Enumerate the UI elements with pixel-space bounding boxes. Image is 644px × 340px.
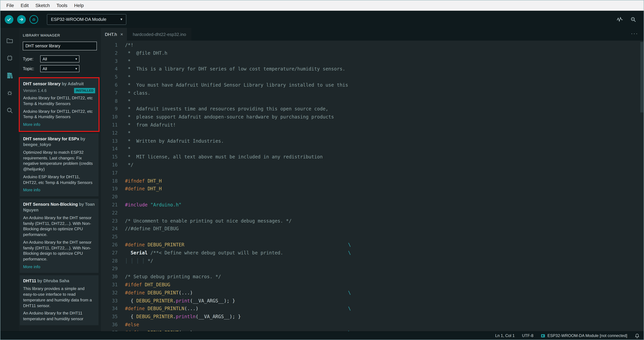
library-card[interactable]: DHT Sensors Non-Blocking by Toan NguyenA… — [20, 199, 98, 273]
library-card[interactable]: DHT sensor library for ESPx by beegee_to… — [20, 133, 98, 196]
code-line: 13 * Written by Adafruit Industries. — [101, 137, 644, 145]
code-text: /*! — [125, 41, 134, 49]
code-area[interactable]: 1/*!2 * @file DHT.h3 *4 * This is a libr… — [101, 41, 644, 331]
line-number: 25 — [101, 233, 118, 241]
line-number: 16 — [101, 161, 118, 169]
code-text: #ifdef DHT_DEBUG — [125, 281, 170, 289]
sidebar-item-boards-manager[interactable] — [0, 49, 19, 67]
filter-type-label: Type: — [23, 56, 40, 61]
line-number: 3 — [101, 57, 118, 65]
serial-plotter-button[interactable] — [616, 16, 623, 23]
serial-plotter-icon — [616, 16, 623, 23]
line-number: 6 — [101, 81, 118, 89]
code-text: #include "Arduino.h" — [125, 201, 182, 209]
library-description: An Arduino library for the DHT sensor fa… — [23, 215, 95, 238]
line-number: 31 — [101, 281, 118, 289]
more-info-link[interactable]: More info — [23, 264, 95, 269]
code-text: │ │ │ │ */ — [125, 257, 153, 265]
line-number: 21 — [101, 201, 118, 209]
line-number: 12 — [101, 129, 118, 137]
arrow-right-icon — [19, 17, 24, 22]
board-selector-label: ESP32-WROOM-DA Module — [51, 17, 106, 22]
debug-button[interactable] — [30, 15, 38, 24]
code-text: { DEBUG_PRINTER.println(__VA_ARGS__); } — [125, 313, 241, 321]
line-number: 34 — [101, 305, 118, 313]
library-search-input[interactable] — [23, 42, 97, 50]
code-text: * Written by Adafruit Industries. — [125, 137, 224, 145]
sidebar-item-sketchbook[interactable] — [0, 32, 19, 49]
code-text: * — [125, 97, 131, 105]
more-info-link[interactable]: More info — [23, 122, 95, 127]
code-line: 33 { DEBUG_PRINTER.print(__VA_ARGS__); } — [101, 297, 644, 305]
serial-monitor-button[interactable] — [630, 16, 637, 23]
code-text: #define DEBUG_PRINTER\ — [125, 241, 184, 249]
code-line: 15 * MIT license, all text above must be… — [101, 153, 644, 161]
editor: DHT.h × hardcoded-dht22-esp32.ino ··· 1/… — [101, 28, 644, 331]
library-title: DHT Sensors Non-Blocking by Toan Nguyen — [23, 202, 95, 213]
sidebar-item-debug[interactable] — [0, 84, 19, 102]
close-icon[interactable]: × — [120, 32, 123, 37]
menu-item-edit[interactable]: Edit — [17, 3, 32, 8]
library-description: Arduino library for DHT11, DHT22, etc Te… — [23, 95, 95, 107]
code-line: 3 * — [101, 57, 644, 65]
library-card[interactable]: DHT sensor library by AdafruitVersion 1.… — [20, 78, 98, 131]
filter-topic-select[interactable]: All ▾ — [40, 65, 80, 72]
line-number: 30 — [101, 273, 118, 281]
tab-dht-h[interactable]: DHT.h × — [101, 28, 127, 41]
tab-sketch-ino[interactable]: hardcoded-dht22-esp32.ino — [128, 28, 192, 41]
code-line: 5 * — [101, 73, 644, 81]
line-number: 19 — [101, 185, 118, 193]
sidebar-item-search[interactable] — [0, 102, 19, 119]
code-line: 7 * class. — [101, 89, 644, 97]
cursor-position[interactable]: Ln 1, Col 1 — [495, 333, 515, 338]
code-text: * please support Adafruit andopen-source… — [125, 113, 334, 121]
line-number: 33 — [101, 297, 118, 305]
line-number: 23 — [101, 217, 118, 225]
more-info-link[interactable]: More info — [23, 187, 95, 193]
code-line: 18#ifndef DHT_H — [101, 177, 644, 185]
line-number: 10 — [101, 113, 118, 121]
code-line: 36#else — [101, 321, 644, 329]
sidebar-item-library-manager[interactable] — [0, 67, 19, 84]
library-description: Arduino library for DHT11, DHT22, etc Te… — [23, 109, 95, 120]
debug-icon — [32, 17, 36, 21]
board-status-label: ESP32-WROOM-DA Module [not connected] — [548, 333, 627, 338]
line-number: 35 — [101, 313, 118, 321]
tab-bar: DHT.h × hardcoded-dht22-esp32.ino ··· — [101, 28, 644, 41]
bug-icon — [6, 89, 13, 97]
verify-button[interactable] — [5, 15, 14, 24]
line-number: 1 — [101, 41, 118, 49]
menu-item-sketch[interactable]: Sketch — [32, 3, 53, 8]
filter-type-select[interactable]: All ▾ — [40, 55, 80, 62]
editor-scrollbar[interactable] — [640, 42, 643, 112]
activity-bar — [0, 28, 19, 331]
library-title: DHT sensor library for ESPx by beegee_to… — [23, 136, 95, 148]
menu-item-file[interactable]: File — [3, 3, 17, 8]
code-line: 24//#define DHT_DEBUG — [101, 225, 644, 233]
filter-type-value: All — [42, 57, 47, 61]
code-text: #define DEBUG_PRINT(...)\ — [125, 329, 193, 331]
upload-button[interactable] — [17, 15, 26, 24]
board-selector[interactable]: ESP32-WROOM-DA Module ▾ — [47, 14, 126, 25]
menu-bar: File Edit Sketch Tools Help — [0, 0, 644, 11]
line-number: 15 — [101, 153, 118, 161]
more-actions-icon[interactable]: ··· — [631, 28, 644, 41]
library-cards: DHT sensor library by AdafruitVersion 1.… — [19, 77, 101, 331]
notifications-bell-icon[interactable] — [634, 333, 640, 338]
menu-item-tools[interactable]: Tools — [53, 3, 71, 8]
code-text: * This is a library for DHT series of lo… — [125, 65, 345, 73]
code-line: 8 * — [101, 97, 644, 105]
library-card[interactable]: DHT11 by Dhruba SahaThis library provide… — [20, 275, 98, 325]
filter-topic-label: Topic: — [23, 66, 40, 71]
code-text: * — [125, 145, 131, 153]
code-line: 4 * This is a library for DHT series of … — [101, 65, 644, 73]
line-number: 36 — [101, 321, 118, 329]
code-text: #else — [125, 321, 139, 329]
folder-icon — [6, 37, 13, 44]
chip-icon — [6, 54, 13, 62]
encoding[interactable]: UTF-8 — [522, 333, 534, 338]
line-number: 24 — [101, 225, 118, 233]
line-number: 37 — [101, 329, 118, 331]
board-status[interactable]: ESP32-WROOM-DA Module [not connected] — [541, 333, 627, 338]
menu-item-help[interactable]: Help — [71, 3, 87, 8]
